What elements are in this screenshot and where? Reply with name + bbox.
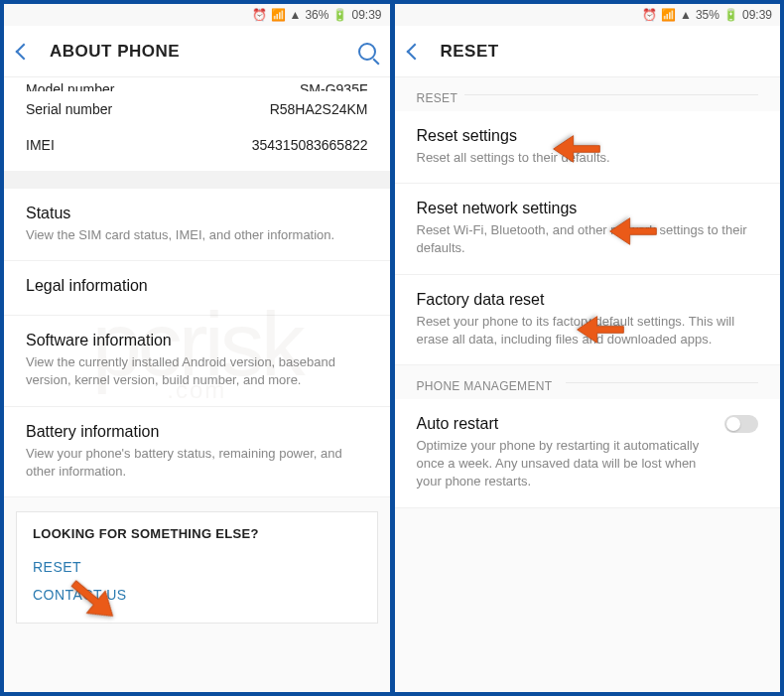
clock: 09:39	[351, 8, 381, 22]
serial-row: Serial number R58HA2S24KM	[4, 91, 390, 127]
wifi-icon: 📶	[661, 8, 676, 22]
about-phone-screen: ⏰ 📶 ▲ 36% 🔋 09:39 ABOUT PHONE Model numb…	[4, 4, 390, 692]
battery-item[interactable]: Battery information View your phone's ba…	[4, 407, 390, 497]
search-icon[interactable]	[358, 43, 376, 61]
section-phone-mgmt: PHONE MANAGEMENT	[395, 365, 781, 399]
auto-restart-item[interactable]: Auto restart Optimize your phone by rest…	[395, 399, 781, 508]
model-row: Model number SM-G935F	[4, 77, 390, 91]
section-reset: RESET	[395, 77, 781, 111]
title-bar: ABOUT PHONE	[4, 26, 390, 77]
title-bar: RESET	[395, 26, 781, 77]
reset-network-item[interactable]: Reset network settings Reset Wi-Fi, Blue…	[395, 184, 781, 274]
status-bar: ⏰ 📶 ▲ 36% 🔋 09:39	[4, 4, 390, 26]
contact-link[interactable]: CONTACT US	[33, 581, 361, 609]
divider	[4, 171, 390, 189]
page-title: ABOUT PHONE	[50, 42, 358, 62]
back-icon[interactable]	[406, 43, 423, 60]
footer-head: LOOKING FOR SOMETHING ELSE?	[33, 526, 361, 541]
auto-restart-toggle[interactable]	[724, 415, 758, 433]
reset-screen: ⏰ 📶 ▲ 35% 🔋 09:39 RESET RESET Reset sett…	[395, 4, 781, 692]
reset-link[interactable]: RESET	[33, 553, 361, 581]
wifi-icon: 📶	[271, 8, 286, 22]
battery-icon: 🔋	[332, 8, 347, 22]
footer-card: LOOKING FOR SOMETHING ELSE? RESET CONTAC…	[16, 511, 378, 624]
battery-percent: 36%	[305, 8, 328, 22]
status-bar: ⏰ 📶 ▲ 35% 🔋 09:39	[395, 4, 781, 26]
legal-item[interactable]: Legal information	[4, 261, 390, 316]
signal-icon: ▲	[290, 8, 302, 22]
battery-icon: 🔋	[723, 8, 738, 22]
factory-reset-item[interactable]: Factory data reset Reset your phone to i…	[395, 275, 781, 365]
signal-icon: ▲	[680, 8, 692, 22]
status-item[interactable]: Status View the SIM card status, IMEI, a…	[4, 189, 390, 261]
battery-percent: 35%	[696, 8, 719, 22]
clock: 09:39	[742, 8, 772, 22]
software-item[interactable]: Software information View the currently …	[4, 316, 390, 406]
imei-row: IMEI 354315083665822	[4, 127, 390, 171]
back-icon[interactable]	[16, 43, 33, 60]
page-title: RESET	[441, 42, 767, 62]
alarm-icon: ⏰	[642, 8, 657, 22]
reset-settings-item[interactable]: Reset settings Reset all settings to the…	[395, 111, 781, 184]
alarm-icon: ⏰	[252, 8, 267, 22]
